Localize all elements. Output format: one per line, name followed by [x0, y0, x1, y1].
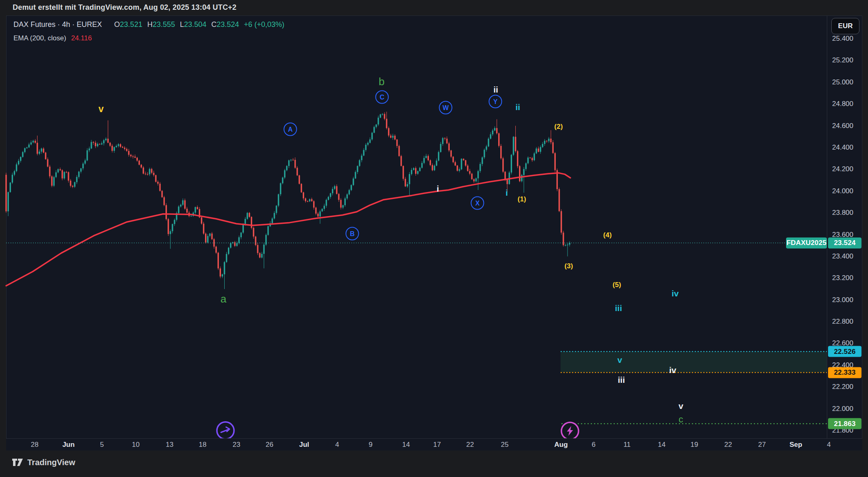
wave-circle-X[interactable]: X — [471, 197, 484, 210]
time-tick-label: 18 — [199, 441, 207, 449]
lightning-bolt-icon[interactable] — [561, 422, 579, 439]
time-tick-label: Jun — [62, 441, 75, 449]
wave-label-v[interactable]: v — [99, 104, 104, 114]
open-value: 23.521 — [120, 21, 142, 28]
wave-label-1[interactable]: (1) — [518, 196, 526, 203]
wave-label-3[interactable]: (3) — [565, 263, 573, 269]
tradingview-logo[interactable]: TradingView — [11, 457, 75, 468]
high-label: H — [147, 21, 152, 28]
symbol-title[interactable]: DAX Futures · 4h · EUREX — [13, 21, 102, 28]
time-tick-label: 4 — [827, 441, 830, 449]
low-value: 23.504 — [184, 21, 206, 28]
close-label: C — [211, 21, 216, 28]
time-tick-label: 4 — [335, 441, 339, 449]
time-tick-label: 11 — [623, 441, 631, 449]
price-tick-label: 23.400 — [832, 252, 853, 261]
time-tick-label: 14 — [658, 441, 666, 449]
wave-circle-C[interactable]: C — [375, 91, 389, 104]
projection-box[interactable] — [561, 351, 827, 373]
time-tick-label: 22 — [724, 441, 732, 449]
close-value: 23.524 — [216, 21, 239, 28]
time-tick-label: 14 — [402, 441, 410, 449]
wave-label-iv[interactable]: iv — [671, 289, 679, 298]
change-value: +6 (+0,03%) — [244, 21, 284, 28]
price-tick-label: 23.200 — [832, 274, 853, 282]
wave-label-iv[interactable]: iv — [669, 366, 676, 374]
wave-label-ii[interactable]: ii — [493, 85, 498, 94]
indicator-legend-row[interactable]: EMA (200, close) 24.116 — [13, 35, 284, 42]
wave-label-c[interactable]: c — [679, 415, 683, 424]
time-tick-label: Aug — [554, 441, 568, 449]
price-tick-label: 24.200 — [832, 165, 853, 173]
wave-label-a[interactable]: a — [221, 294, 226, 304]
price-badge-22.526: 22.526 — [828, 346, 861, 357]
wave-label-ii[interactable]: ii — [515, 103, 520, 111]
symbol-legend-row[interactable]: DAX Futures · 4h · EUREX O23.521 H23.555… — [13, 21, 284, 28]
ema-label: EMA (200, close) — [13, 35, 66, 42]
wave-circle-B[interactable]: B — [346, 227, 359, 241]
time-tick-label: 22 — [466, 441, 474, 449]
wave-label-i[interactable]: i — [506, 188, 508, 197]
time-tick-label: 26 — [266, 441, 274, 449]
time-tick-label: 17 — [433, 441, 441, 449]
wave-label-iii[interactable]: iii — [618, 375, 625, 384]
time-tick-label: Jul — [299, 441, 309, 449]
price-tick-label: 22.800 — [832, 318, 853, 326]
wave-label-v[interactable]: v — [617, 356, 622, 364]
arrow-marker-icon[interactable] — [217, 422, 234, 439]
wave-label-2[interactable]: (2) — [554, 123, 563, 130]
price-tick-label: 24.400 — [832, 144, 853, 152]
time-tick-label: 27 — [758, 441, 766, 449]
price-tick-label: 24.800 — [832, 100, 853, 108]
wave-label-b[interactable]: b — [379, 76, 384, 87]
wave-circle-W[interactable]: W — [439, 101, 453, 115]
time-tick-label: 6 — [592, 441, 595, 449]
candlesticks — [5, 112, 570, 289]
legend: DAX Futures · 4h · EUREX O23.521 H23.555… — [13, 21, 284, 42]
ema-value: 24.116 — [71, 35, 92, 42]
price-badge-22.333: 22.333 — [828, 367, 861, 378]
tradingview-logo-text: TradingView — [27, 458, 75, 467]
watermark-title: Demut erstellt mit TradingView.com, Aug … — [13, 3, 236, 12]
wave-circle-Y[interactable]: Y — [489, 95, 502, 108]
time-tick-label: 10 — [132, 441, 140, 449]
ema-line — [6, 173, 570, 286]
price-tick-label: 25.200 — [832, 56, 853, 64]
price-tick-label: 25.000 — [832, 78, 853, 86]
wave-label-i[interactable]: i — [437, 184, 439, 193]
price-badge-21.863: 21.863 — [828, 418, 861, 429]
time-tick-label: 5 — [100, 441, 104, 449]
symbol-price-badge: FDAXU2025 — [786, 237, 827, 248]
price-tick-label: 22.200 — [832, 383, 853, 391]
wave-label-5[interactable]: (5) — [613, 281, 621, 288]
time-tick-label: 28 — [31, 441, 39, 449]
time-tick-label: 25 — [501, 441, 509, 449]
tradingview-logo-icon — [11, 457, 24, 468]
price-tick-label: 23.800 — [832, 209, 853, 217]
wave-circle-A[interactable]: A — [284, 123, 297, 136]
price-tick-label: 25.400 — [832, 35, 853, 43]
wave-label-iii[interactable]: iii — [615, 304, 622, 312]
price-tick-label: 24.600 — [832, 122, 853, 130]
open-label: O — [114, 21, 120, 28]
time-tick-label: 19 — [691, 441, 698, 449]
price-tick-label: 23.000 — [832, 296, 853, 304]
chart-canvas[interactable] — [0, 0, 868, 477]
low-label: L — [180, 21, 184, 28]
wave-label-v[interactable]: v — [678, 402, 683, 410]
price-tick-label: 24.000 — [832, 187, 853, 195]
time-tick-label: Sep — [789, 441, 802, 449]
tradingview-page: Demut erstellt mit TradingView.com, Aug … — [0, 0, 868, 477]
price-badge-23.524: 23.524 — [828, 237, 861, 248]
price-tick-label: 22.000 — [832, 405, 853, 413]
time-tick-label: 13 — [166, 441, 174, 449]
time-tick-label: 9 — [369, 441, 372, 449]
time-axis[interactable]: 28Jun51013182326Jul4914172225Aug61114192… — [6, 438, 862, 450]
currency-button[interactable]: EUR — [831, 18, 859, 34]
time-tick-label: 23 — [233, 441, 241, 449]
high-value: 23.555 — [152, 21, 175, 28]
wave-label-4[interactable]: (4) — [603, 232, 612, 238]
